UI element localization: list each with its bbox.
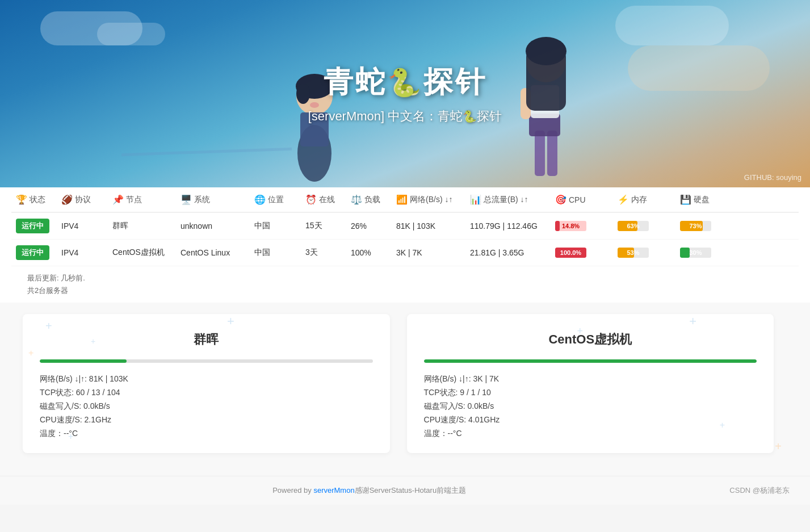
header-banner: 青蛇🐍探针 [serverMmon] 中文名：青蛇🐍探针 GITHUB: sou… [0, 0, 810, 187]
banner-title: 青蛇🐍探针 [308, 62, 502, 102]
memory-icon: ⚡ [618, 194, 629, 205]
table-row: 运行中 IPV4 群晖 unknown 中国 15天 26% 81K | 103… [11, 213, 799, 240]
row1-memory: 63% [618, 221, 680, 231]
header-online: ⏰ 在线 [305, 194, 351, 205]
card2-tcp: TCP状态: 9 / 1 / 10 [424, 388, 757, 398]
card1-stats: 网络(B/s) ↓|↑: 81K | 103K TCP状态: 60 / 13 /… [40, 374, 373, 439]
svg-rect-7 [547, 131, 557, 176]
csdn-label: CSDN @杨浦老东 [729, 485, 790, 496]
row1-disk: 73% [680, 221, 737, 231]
row2-memory: 53% [618, 248, 680, 258]
card2-progress-fill [424, 359, 757, 363]
server-count: 共2台服务器 [27, 286, 783, 296]
main-content: 🏆 状态 🏈 协议 📌 节点 🖥️ 系统 🌐 位置 ⏰ 在线 [0, 187, 810, 505]
card2-disk-io: 磁盘写入/S: 0.0kB/s [424, 401, 757, 412]
card2-progress [424, 359, 757, 363]
card1-title: 群晖 [40, 331, 373, 348]
header-protocol: 🏈 协议 [61, 194, 112, 205]
row1-network: 81K | 103K [396, 221, 470, 231]
system-icon: 🖥️ [181, 194, 192, 205]
table-header: 🏆 状态 🏈 协议 📌 节点 🖥️ 系统 🌐 位置 ⏰ 在线 [11, 187, 799, 213]
row1-online: 15天 [305, 221, 351, 231]
header-location: 🌐 位置 [254, 194, 305, 205]
subtitle-suffix: 探针 [477, 109, 502, 123]
row1-load: 26% [351, 221, 396, 231]
row2-node: CentOS虚拟机 [112, 248, 181, 258]
row1-cpu-bar [555, 221, 560, 231]
row1-traffic: 110.79G | 112.46G [470, 221, 555, 231]
title-suffix: 探针 [423, 65, 487, 98]
trophy-icon: 🏆 [16, 194, 27, 205]
row2-protocol: IPV4 [61, 248, 112, 257]
card2-title: CentOS虚拟机 [424, 331, 757, 348]
row1-node: 群晖 [112, 221, 181, 231]
node-icon: 📌 [112, 194, 124, 205]
title-main: 青蛇 [324, 65, 387, 98]
cards-section: + + + + + + + + + 群晖 网络(B/s) ↓|↑: 81K | … [0, 303, 810, 476]
card1-tcp: TCP状态: 60 / 13 / 104 [40, 388, 373, 398]
card1-temp: 温度：--°C [40, 429, 373, 439]
header-network: 📶 网络(B/s) ↓↑ [396, 194, 470, 205]
status-badge-1: 运行中 [16, 219, 49, 233]
row2-status: 运行中 [16, 245, 61, 260]
protocol-icon: 🏈 [61, 194, 73, 205]
card2-cpu-speed: CPU速度/S: 4.01GHz [424, 415, 757, 425]
row2-cpu: 100.0% [555, 248, 618, 258]
server-card-2: CentOS虚拟机 网络(B/s) ↓|↑: 3K | 7K TCP状态: 9 … [407, 314, 774, 453]
table-row: 运行中 IPV4 CentOS虚拟机 CentOS Linux 中国 3天 10… [11, 240, 799, 266]
row1-status: 运行中 [16, 219, 61, 233]
load-icon: ⚖️ [351, 194, 362, 205]
network-icon: 📶 [396, 194, 408, 205]
disk-icon: 💾 [680, 194, 691, 205]
servermon-link[interactable]: serverMmon [313, 486, 354, 495]
row2-load: 100% [351, 248, 396, 257]
row1-system: unknown [181, 221, 254, 231]
card2-temp: 温度：--°C [424, 429, 757, 439]
card1-progress-fill [40, 359, 127, 363]
row2-disk-bar [680, 248, 690, 258]
online-icon: ⏰ [305, 194, 317, 205]
cpu-icon: 🎯 [555, 194, 566, 205]
row2-online: 3天 [305, 248, 351, 258]
snake-icon: 🐍 [387, 67, 423, 99]
header-memory: ⚡ 内存 [618, 194, 680, 205]
last-update: 最后更新: 几秒前. [27, 273, 783, 283]
status-badge-2: 运行中 [16, 245, 49, 260]
table-footer: 最后更新: 几秒前. 共2台服务器 [11, 266, 799, 303]
anime-char-right [509, 17, 583, 187]
card1-disk-io: 磁盘写入/S: 0.0kB/s [40, 401, 373, 412]
svg-point-13 [526, 37, 566, 65]
header-node: 📌 节点 [112, 194, 181, 205]
header-disk: 💾 硬盘 [680, 194, 737, 205]
header-load: ⚖️ 负载 [351, 194, 396, 205]
card1-network: 网络(B/s) ↓|↑: 81K | 103K [40, 374, 373, 384]
svg-rect-6 [535, 131, 545, 176]
header-status: 🏆 状态 [16, 194, 61, 205]
banner-subtitle: [serverMmon] 中文名：青蛇🐍探针 [308, 108, 502, 125]
header-system: 🖥️ 系统 [181, 194, 254, 205]
location-icon: 🌐 [254, 194, 266, 205]
subtitle-main: [serverMmon] 中文名：青蛇 [308, 109, 463, 123]
traffic-icon: 📊 [470, 194, 481, 205]
github-label: GITHUB: souying [744, 173, 801, 182]
card2-network: 网络(B/s) ↓|↑: 3K | 7K [424, 374, 757, 384]
row2-traffic: 21.81G | 3.65G [470, 248, 555, 257]
row1-protocol: IPV4 [61, 221, 112, 231]
row1-cpu: 14.8% [555, 221, 618, 231]
row2-disk: 30% [680, 248, 737, 258]
row2-location: 中国 [254, 248, 305, 258]
card2-stats: 网络(B/s) ↓|↑: 3K | 7K TCP状态: 9 / 1 / 10 磁… [424, 374, 757, 439]
header-traffic: 📊 总流量(B) ↓↑ [470, 194, 555, 205]
card1-cpu-speed: CPU速度/S: 2.1GHz [40, 415, 373, 425]
row1-location: 中国 [254, 221, 305, 231]
table-section: 🏆 状态 🏈 协议 📌 节点 🖥️ 系统 🌐 位置 ⏰ 在线 [0, 187, 810, 303]
header-cpu: 🎯 CPU [555, 194, 618, 205]
row2-system: CentOS Linux [181, 248, 254, 257]
row2-network: 3K | 7K [396, 248, 470, 257]
subtitle-snake-icon: 🐍 [463, 110, 477, 123]
powered-by-footer: Powered by serverMmon感谢ServerStatus-Hota… [0, 476, 810, 505]
server-card-1: 群晖 网络(B/s) ↓|↑: 81K | 103K TCP状态: 60 / 1… [23, 314, 390, 453]
card1-progress [40, 359, 373, 363]
